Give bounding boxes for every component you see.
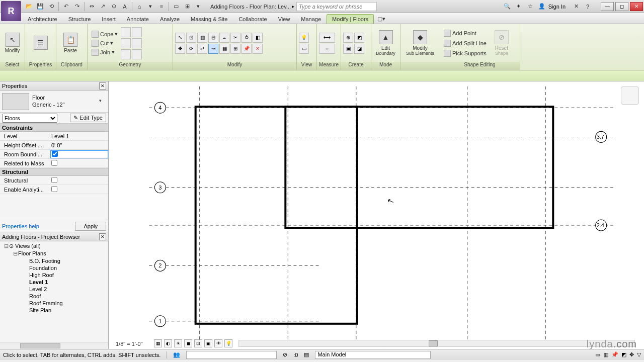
mod-2[interactable]: ⊡ <box>186 33 196 43</box>
browser-hscroll[interactable] <box>0 342 108 349</box>
group-structural[interactable]: Structural <box>0 168 108 176</box>
align-icon[interactable]: ⫠ <box>219 33 229 43</box>
crop-icon[interactable]: ⊡ <box>194 339 202 347</box>
offset-icon[interactable]: ⇥ <box>208 44 218 54</box>
pin-icon[interactable]: 📌 <box>242 44 252 54</box>
workset-combo[interactable]: Main Model <box>315 351 431 359</box>
undo-icon[interactable]: ↶ <box>61 2 71 12</box>
cope-button[interactable]: Cope ▾ <box>90 30 120 38</box>
dimension-tool[interactable]: ↔ <box>319 44 335 54</box>
detail-level-icon[interactable]: ▦ <box>154 339 162 347</box>
type-dropdown-icon[interactable]: ▾ <box>99 98 106 105</box>
measure-icon[interactable]: ⇔ <box>87 2 97 12</box>
exchange-icon[interactable]: ✕ <box>571 2 581 12</box>
prop-structural[interactable]: Structural <box>0 176 108 185</box>
tree-foundation[interactable]: Foundation <box>1 264 107 272</box>
split-icon[interactable]: ⥁ <box>242 33 252 43</box>
select-pinned-icon[interactable]: 📌 <box>611 351 618 358</box>
open-icon[interactable]: 📂 <box>24 2 34 12</box>
subscription-icon[interactable]: ✦ <box>514 2 524 12</box>
view-tool-2[interactable]: ▭ <box>299 44 309 54</box>
properties-close-icon[interactable]: ✕ <box>99 82 106 89</box>
filter-icon[interactable]: ▤ <box>304 351 309 358</box>
visual-style-icon[interactable]: ◐ <box>164 339 172 347</box>
tree-high-roof[interactable]: High Roof <box>1 272 107 279</box>
pick-supports-button[interactable]: Pick Supports <box>442 49 489 57</box>
tab-insert[interactable]: Insert <box>96 14 121 24</box>
type-selector[interactable]: Floor Generic - 12" ▾ <box>0 90 108 113</box>
trim-icon[interactable]: ✂ <box>230 33 240 43</box>
prop-analytical[interactable]: Enable Analyti... <box>0 185 108 194</box>
canvas-hscroll[interactable] <box>238 340 635 347</box>
design-options-combo[interactable] <box>186 351 277 359</box>
doc-title-arrow-icon[interactable]: ▸ <box>292 4 294 9</box>
geom-tool-6[interactable] <box>132 49 142 59</box>
tree-views[interactable]: ⊟⊙ Views (all) <box>1 242 107 250</box>
show-crop-icon[interactable]: ▣ <box>204 339 212 347</box>
move-icon[interactable]: ✥ <box>175 44 185 54</box>
array-icon[interactable]: ⊞ <box>230 44 240 54</box>
create-group[interactable]: ▣ <box>343 44 353 54</box>
thin-lines-icon[interactable]: ≡ <box>156 2 167 12</box>
section-icon[interactable]: ▾ <box>145 2 155 12</box>
edit-type-button[interactable]: ✎ Edit Type <box>70 114 106 122</box>
filter-selection-icon[interactable]: ▽ <box>637 351 641 358</box>
save-icon[interactable]: 💾 <box>35 2 45 12</box>
close-window-button[interactable]: ✕ <box>630 2 643 11</box>
align-dim-icon[interactable]: ↗ <box>98 2 108 12</box>
prop-room-bounding[interactable]: Room Boundi... <box>0 150 108 159</box>
add-split-line-button[interactable]: Add Split Line <box>442 39 489 47</box>
tree-level2[interactable]: Level 2 <box>1 286 107 293</box>
create-3[interactable]: ◩ <box>354 33 364 43</box>
edit-boundary-button[interactable]: ▲EditBoundary <box>373 29 398 58</box>
view-scale[interactable]: 1/8" = 1'-0" <box>116 341 143 347</box>
geom-tool-3[interactable] <box>121 49 131 59</box>
group-constraints[interactable]: Constraints <box>0 124 108 132</box>
select-face-icon[interactable]: ◩ <box>621 351 626 358</box>
tab-massing[interactable]: Massing & Site <box>185 14 233 24</box>
tree-roof-framing[interactable]: Roof Framing <box>1 300 107 307</box>
tree-floor-plans[interactable]: ⊟Floor Plans <box>1 250 107 257</box>
geom-tool-1[interactable] <box>121 27 131 37</box>
modify-tool[interactable]: ↖Modify <box>2 29 23 58</box>
search-icon[interactable]: 🔍 <box>502 2 512 12</box>
close-hidden-icon[interactable]: ▭ <box>171 2 181 12</box>
app-menu-button[interactable]: R <box>1 1 21 21</box>
geom-tool-5[interactable] <box>132 38 142 48</box>
redo-icon[interactable]: ↷ <box>72 2 82 12</box>
structural-checkbox[interactable] <box>51 177 57 183</box>
qat-dropdown-icon[interactable]: ▾ <box>193 2 203 12</box>
tab-annotate[interactable]: Annotate <box>121 14 154 24</box>
switch-win-icon[interactable]: ⊞ <box>182 2 192 12</box>
worksharing-icon[interactable]: 👥 <box>173 351 180 358</box>
hide-icon[interactable]: 👁 <box>214 339 222 347</box>
properties-help-link[interactable]: Properties help <box>2 223 39 229</box>
tab-collaborate[interactable]: Collaborate <box>233 14 272 24</box>
reset-shape-button[interactable]: ⊘ResetShape <box>490 29 514 58</box>
room-bounding-checkbox[interactable] <box>52 151 58 157</box>
modify-sub-elements-button[interactable]: ◆ModifySub Elements <box>403 29 438 58</box>
select-underlay-icon[interactable]: ▥ <box>603 351 608 358</box>
properties-button[interactable]: ☰ <box>27 29 54 58</box>
mod-7[interactable]: ◧ <box>253 33 263 43</box>
tab-options-icon[interactable]: ▢▾ <box>374 14 389 24</box>
measure-tool[interactable]: ⟷ <box>319 33 335 43</box>
prop-related-mass[interactable]: Related to Mass <box>0 159 108 168</box>
view-tool-1[interactable]: 💡 <box>299 33 309 43</box>
tab-structure[interactable]: Structure <box>63 14 97 24</box>
prop-height-offset[interactable]: Height Offset ...0' 0" <box>0 141 108 150</box>
mod-3[interactable]: ▥ <box>197 33 207 43</box>
shadows-icon[interactable]: ◼ <box>184 339 192 347</box>
default3d-icon[interactable]: ⌂ <box>134 2 144 12</box>
help-icon[interactable]: ? <box>583 2 593 12</box>
analytical-checkbox[interactable] <box>51 186 57 192</box>
minimize-button[interactable]: — <box>601 2 614 11</box>
add-point-button[interactable]: Add Point <box>442 29 489 37</box>
sun-path-icon[interactable]: ☀ <box>174 339 182 347</box>
tab-view[interactable]: View <box>273 14 296 24</box>
geom-tool-2[interactable] <box>121 38 131 48</box>
tree-bo-footing[interactable]: B.O. Footing <box>1 257 107 264</box>
paste-button[interactable]: 📋Paste <box>58 29 83 58</box>
select-links-icon[interactable]: ▭ <box>595 351 600 358</box>
tab-modify-floors[interactable]: Modify | Floors <box>327 14 374 24</box>
